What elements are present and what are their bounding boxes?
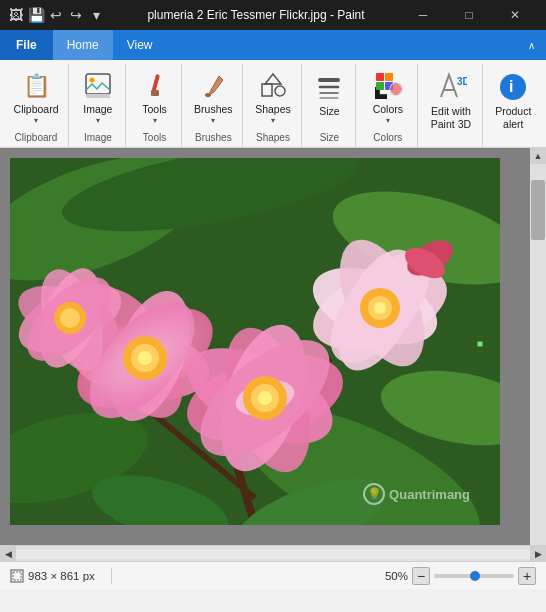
zoom-slider-thumb[interactable] — [470, 571, 480, 581]
resize-handle[interactable] — [477, 341, 483, 347]
undo-icon[interactable]: ↩ — [48, 7, 64, 23]
brushes-group: Brushes ▾ Brushes — [184, 64, 243, 147]
image-icon — [82, 71, 114, 101]
statusbar: 983 × 861 px 50% − + — [0, 561, 546, 589]
statusbar-separator — [111, 568, 112, 584]
clipboard-group-label: Clipboard — [15, 132, 58, 145]
colors-arrow: ▾ — [386, 116, 390, 125]
svg-text:i: i — [509, 78, 513, 95]
vertical-scrollbar[interactable]: ▲ — [530, 148, 546, 545]
scroll-right-arrow[interactable]: ▶ — [530, 546, 546, 562]
zoom-controls: 50% − + — [385, 567, 536, 585]
tools-group-label: Tools — [143, 132, 166, 145]
svg-rect-17 — [376, 82, 384, 90]
shapes-group-items: Shapes ▾ — [250, 66, 296, 130]
productalert-button[interactable]: i Product alert — [489, 66, 537, 128]
tools-group-items: Tools ▾ — [133, 66, 177, 130]
svg-marker-7 — [265, 74, 281, 84]
canvas-image[interactable]: 💡 Quantrimang — [10, 158, 500, 525]
svg-rect-0 — [86, 74, 110, 94]
view-menu[interactable]: View — [113, 30, 167, 60]
image-group-label: Image — [84, 132, 112, 145]
brushes-button[interactable]: Brushes ▾ — [189, 66, 238, 128]
dimensions-value: 983 × 861 px — [28, 570, 95, 582]
size-group: Size Size — [304, 64, 357, 147]
image-group: Image ▾ Image — [71, 64, 126, 147]
size-button[interactable]: Size — [308, 66, 350, 128]
minimize-button[interactable]: ─ — [400, 0, 446, 30]
redo-icon[interactable]: ↪ — [68, 7, 84, 23]
clipboard-icon: 📋 — [20, 71, 52, 101]
brushes-label: Brushes — [194, 103, 233, 116]
home-menu[interactable]: Home — [53, 30, 113, 60]
shapes-icon — [257, 71, 289, 101]
zoom-slider[interactable] — [434, 574, 514, 578]
size-group-label: Size — [320, 132, 339, 145]
colors-button[interactable]: Colors ▾ — [366, 66, 410, 128]
main-area: 💡 Quantrimang ▲ ◀ ▶ — [0, 148, 546, 561]
brushes-group-label: Brushes — [195, 132, 232, 145]
menubar: File Home View ∧ — [0, 30, 546, 60]
svg-rect-71 — [13, 572, 21, 580]
shapes-arrow: ▾ — [271, 116, 275, 125]
window-title: plumeria 2 Eric Tessmer Flickr.jpg - Pai… — [112, 8, 400, 22]
tools-button[interactable]: Tools ▾ — [133, 66, 177, 128]
image-arrow: ▾ — [96, 116, 100, 125]
canvas-scroll-area: 💡 Quantrimang ▲ — [0, 148, 546, 545]
brushes-group-items: Brushes ▾ — [189, 66, 238, 130]
shapes-group: Shapes ▾ Shapes — [245, 64, 301, 147]
edit3d-label: Edit with Paint 3D — [431, 105, 471, 130]
scroll-up-arrow[interactable]: ▲ — [530, 148, 546, 164]
svg-point-65 — [60, 308, 80, 328]
horizontal-scrollbar[interactable]: ◀ ▶ — [0, 545, 546, 561]
svg-point-49 — [374, 302, 386, 314]
zoom-level: 50% — [385, 570, 408, 582]
close-button[interactable]: ✕ — [492, 0, 538, 30]
colors-label: Colors — [373, 103, 403, 116]
size-group-items: Size — [308, 66, 350, 130]
svg-point-58 — [258, 391, 272, 405]
dimensions-icon — [10, 569, 24, 583]
clipboard-arrow: ▾ — [34, 116, 38, 125]
file-menu[interactable]: File — [0, 30, 53, 60]
app-icon: 🖼 — [8, 7, 24, 23]
size-icon — [313, 71, 345, 103]
svg-rect-16 — [385, 73, 393, 81]
productalert-label: Product alert — [495, 105, 531, 130]
ribbon-collapse-button[interactable]: ∧ — [516, 30, 546, 60]
svg-point-1 — [89, 78, 94, 83]
window-controls: ─ □ ✕ — [400, 0, 538, 30]
edit3d-group: 3D Edit with Paint 3D . — [420, 64, 482, 147]
svg-point-41 — [138, 351, 152, 365]
shapes-group-label: Shapes — [256, 132, 290, 145]
zoom-out-button[interactable]: − — [412, 567, 430, 585]
clipboard-group-items: 📋 Clipboard ▾ — [9, 66, 64, 130]
image-button[interactable]: Image ▾ — [76, 66, 120, 128]
image-label: Image — [83, 103, 112, 116]
edit3d-button[interactable]: 3D Edit with Paint 3D — [425, 66, 477, 128]
tools-arrow: ▾ — [153, 116, 157, 125]
edit3d-group-items: 3D Edit with Paint 3D — [425, 66, 477, 130]
clipboard-button[interactable]: 📋 Clipboard ▾ — [9, 66, 64, 128]
tools-label: Tools — [142, 103, 167, 116]
productalert-group: i Product alert . — [485, 64, 542, 147]
size-label: Size — [319, 105, 339, 118]
canvas-wrapper: 💡 Quantrimang — [10, 158, 500, 545]
scroll-left-arrow[interactable]: ◀ — [0, 546, 16, 562]
dropdown-icon[interactable]: ▾ — [88, 7, 104, 23]
scroll-thumb-vertical[interactable] — [531, 180, 545, 240]
shapes-button[interactable]: Shapes ▾ — [250, 66, 296, 128]
maximize-button[interactable]: □ — [446, 0, 492, 30]
svg-point-8 — [275, 86, 285, 96]
brushes-icon — [197, 71, 229, 101]
save-icon[interactable]: 💾 — [28, 7, 44, 23]
colors-group-items: Colors ▾ — [366, 66, 410, 130]
zoom-in-button[interactable]: + — [518, 567, 536, 585]
titlebar: 🖼 💾 ↩ ↪ ▾ plumeria 2 Eric Tessmer Flickr… — [0, 0, 546, 30]
image-group-items: Image ▾ — [76, 66, 120, 130]
svg-rect-2 — [86, 94, 110, 98]
colors-icon — [372, 71, 404, 101]
ribbon: 📋 Clipboard ▾ Clipboard Image ▾ — [0, 60, 546, 148]
svg-point-5 — [205, 93, 211, 97]
productalert-icon: i — [497, 71, 529, 103]
